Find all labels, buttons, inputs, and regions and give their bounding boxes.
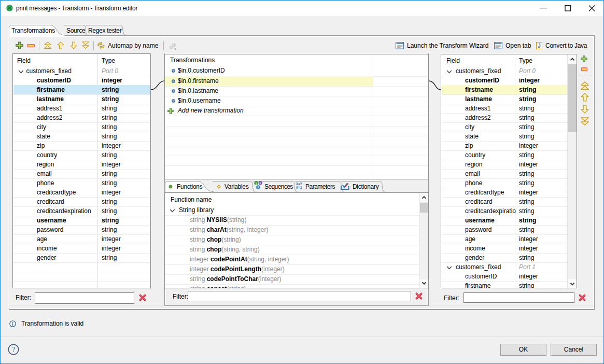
svg-text:A=1: A=1 — [296, 186, 302, 189]
svg-text:?: ? — [12, 346, 15, 354]
svg-text:J: J — [538, 43, 541, 49]
svg-text:X=Y: X=Y — [296, 183, 302, 186]
